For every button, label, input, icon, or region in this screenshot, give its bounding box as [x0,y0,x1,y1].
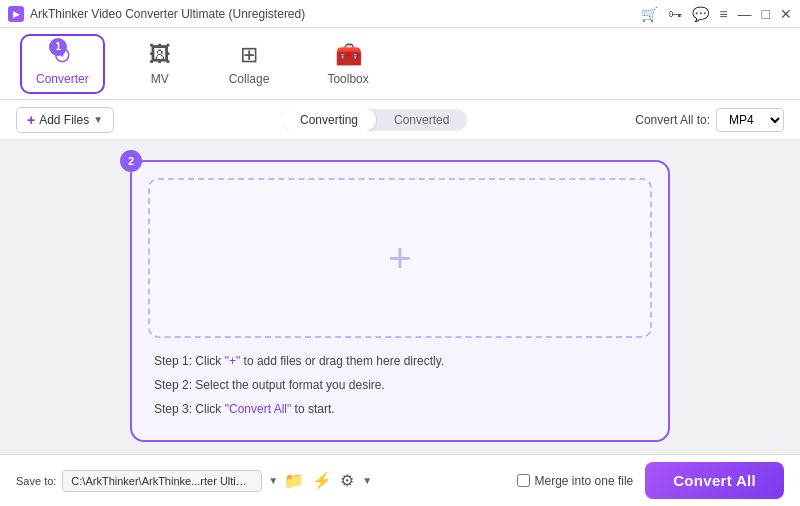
step-1-text: Step 1: Click "+" to add files or drag t… [154,352,646,370]
menu-icon[interactable]: ≡ [719,6,727,22]
toolbox-label: Toolbox [327,72,368,86]
merge-checkbox-input[interactable] [517,474,530,487]
bottom-icons: 📁 ⚡ ⚙ ▼ [284,471,372,490]
settings-dropdown-icon[interactable]: ▼ [362,475,372,486]
tab-group: Converting Converted [282,109,467,131]
chat-icon[interactable]: 💬 [692,6,709,22]
add-files-dropdown-icon: ▼ [93,114,103,125]
main-content: 2 + Step 1: Click "+" to add files or dr… [0,140,800,454]
folder-icon[interactable]: 📁 [284,471,304,490]
bottom-bar: Save to: C:\ArkThinker\ArkThinke...rter … [0,454,800,506]
merge-checkbox-label[interactable]: Merge into one file [517,474,634,488]
step-2-text: Step 2: Select the output format you des… [154,376,646,394]
toolbar: + Add Files ▼ Converting Converted Conve… [0,100,800,140]
app-icon: ▶ [8,6,24,22]
nav-bar: 1 ⊙ Converter 🖼 MV ⊞ Collage 🧰 Toolbox [0,28,800,100]
drop-zone-badge: 2 [120,150,142,172]
convert-all-to-label: Convert All to: [635,113,710,127]
step-3-text: Step 3: Click "Convert All" to start. [154,400,646,418]
tab-converting[interactable]: Converting [282,109,376,131]
converter-label: Converter [36,72,89,86]
settings-icon[interactable]: ⚙ [340,471,354,490]
app-title: ArkThinker Video Converter Ultimate (Unr… [30,7,305,21]
nav-item-mv[interactable]: 🖼 MV [135,36,185,92]
collage-label: Collage [229,72,270,86]
nav-item-collage[interactable]: ⊞ Collage [215,36,284,92]
convert-all-button[interactable]: Convert All [645,462,784,499]
cart-icon[interactable]: 🛒 [641,6,658,22]
close-btn[interactable]: ✕ [780,6,792,22]
converter-badge: 1 [49,38,67,56]
mv-icon: 🖼 [149,42,171,68]
bottom-left: Save to: C:\ArkThinker\ArkThinke...rter … [16,470,372,492]
toolbar-left: + Add Files ▼ [16,107,114,133]
converter-icon-wrap: 1 ⊙ [53,42,71,68]
minimize-btn[interactable]: — [738,6,752,22]
title-bar-left: ▶ ArkThinker Video Converter Ultimate (U… [8,6,305,22]
toolbox-icon: 🧰 [335,42,362,68]
format-select[interactable]: MP4 MOV AVI MKV WMV [716,108,784,132]
drop-zone[interactable]: + Step 1: Click "+" to add files or drag… [130,160,670,442]
drop-zone-top[interactable]: + [148,178,652,338]
title-bar-right: 🛒 🗝 💬 ≡ — □ ✕ [641,6,792,22]
add-files-label: Add Files [39,113,89,127]
save-to-label: Save to: [16,475,56,487]
toolbar-right: Convert All to: MP4 MOV AVI MKV WMV [635,108,784,132]
save-path-display: C:\ArkThinker\ArkThinke...rter Ultimate\… [62,470,262,492]
flash-icon[interactable]: ⚡ [312,471,332,490]
bottom-right: Merge into one file Convert All [517,462,785,499]
add-files-button[interactable]: + Add Files ▼ [16,107,114,133]
tab-converted[interactable]: Converted [376,109,467,131]
title-bar: ▶ ArkThinker Video Converter Ultimate (U… [0,0,800,28]
nav-item-converter[interactable]: 1 ⊙ Converter [20,34,105,94]
drop-zone-wrapper: 2 + Step 1: Click "+" to add files or dr… [130,160,670,442]
maximize-btn[interactable]: □ [762,6,770,22]
add-plus-icon: + [27,112,35,128]
mv-label: MV [151,72,169,86]
collage-icon: ⊞ [240,42,258,68]
save-path-dropdown-icon[interactable]: ▼ [268,475,278,486]
key-icon[interactable]: 🗝 [668,6,682,22]
merge-label: Merge into one file [535,474,634,488]
drop-zone-steps: Step 1: Click "+" to add files or drag t… [148,338,652,424]
nav-item-toolbox[interactable]: 🧰 Toolbox [313,36,382,92]
drop-plus-icon: + [388,238,411,278]
